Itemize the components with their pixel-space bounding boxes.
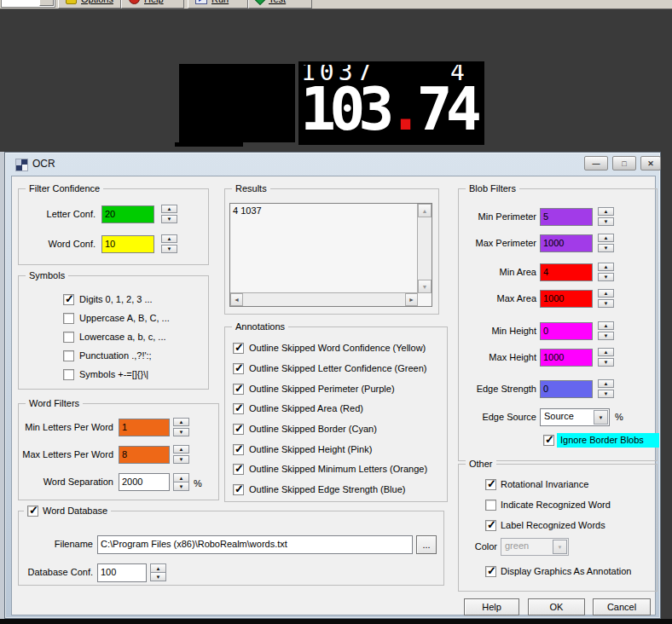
max-area-spinner[interactable]: ▲▼: [598, 289, 614, 308]
ignore-border-blobs-label[interactable]: Ignore Border Blobs: [557, 433, 659, 448]
outline-word-confidence-label[interactable]: Outline Skipped Word Confidence (Yellow): [249, 339, 426, 357]
checkbox-outline-border[interactable]: [233, 424, 244, 435]
database-conf-spinner[interactable]: ▲▼: [150, 563, 166, 582]
spinner-up-icon[interactable]: ▲: [161, 205, 177, 213]
spinner-down-icon[interactable]: ▼: [173, 455, 189, 464]
display-graphics-label[interactable]: Display Graphics As Annotation: [501, 563, 631, 581]
max-letters-spinner[interactable]: ▲▼: [173, 445, 189, 464]
dialog-titlebar[interactable]: OCR — □ ✕: [5, 153, 660, 175]
checkbox-symbols[interactable]: [63, 369, 74, 380]
close-button[interactable]: ✕: [640, 156, 661, 170]
spinner-down-icon[interactable]: ▼: [598, 299, 614, 308]
spinner-up-icon[interactable]: ▲: [598, 321, 614, 330]
spinner-down-icon[interactable]: ▼: [598, 244, 614, 252]
checkbox-uppercase-label[interactable]: Uppercase A, B, C, ...: [79, 309, 170, 327]
outline-height-label[interactable]: Outline Skipped Height (Pink): [249, 441, 372, 459]
outline-edge-strength-label[interactable]: Outline Skipped Edge Strength (Blue): [249, 481, 405, 499]
spinner-down-icon[interactable]: ▼: [173, 482, 189, 491]
spinner-down-icon[interactable]: ▼: [173, 428, 189, 436]
help-button[interactable]: Help: [464, 598, 519, 615]
min-height-field[interactable]: 0: [540, 322, 593, 340]
spinner-up-icon[interactable]: ▲: [173, 445, 189, 454]
word-conf-field[interactable]: 10: [101, 235, 154, 253]
spinner-down-icon[interactable]: ▼: [598, 273, 614, 281]
letter-conf-spinner[interactable]: ▲▼: [161, 205, 177, 223]
letter-conf-field[interactable]: 20: [101, 205, 154, 223]
ok-button[interactable]: OK: [528, 598, 585, 615]
checkbox-word-database[interactable]: [27, 506, 38, 517]
max-perimeter-field[interactable]: 1000: [540, 234, 593, 252]
outline-perimeter-label[interactable]: Outline Skipped Perimeter (Purple): [249, 380, 395, 398]
checkbox-lowercase-label[interactable]: Lowercase a, b, c, ...: [79, 328, 166, 346]
spinner-up-icon[interactable]: ▲: [598, 234, 614, 242]
spinner-up-icon[interactable]: ▲: [598, 289, 614, 298]
scroll-up-icon[interactable]: ▲: [418, 204, 432, 217]
word-separation-field[interactable]: 2000: [119, 473, 170, 491]
checkbox-punctuation[interactable]: [63, 350, 74, 361]
checkbox-rotational-invariance[interactable]: [485, 479, 496, 490]
minimize-button[interactable]: —: [584, 156, 608, 170]
checkbox-label-recognized-words[interactable]: [485, 520, 496, 531]
options-button[interactable]: Options: [58, 0, 121, 9]
results-textarea[interactable]: 4 1037 ▲ ▼ ◄ ►: [229, 203, 432, 307]
checkbox-indicate-recognized-word[interactable]: [485, 500, 496, 511]
filename-field[interactable]: C:\Program Files (x86)\RoboRealm\words.t…: [97, 535, 413, 554]
checkbox-lowercase[interactable]: [63, 332, 74, 343]
checkbox-outline-height[interactable]: [233, 444, 244, 455]
checkbox-ignore-border-blobs[interactable]: [543, 435, 554, 446]
spinner-down-icon[interactable]: ▼: [161, 215, 177, 223]
spinner-down-icon[interactable]: ▼: [598, 332, 614, 340]
rotational-invariance-label[interactable]: Rotational Invariance: [501, 476, 588, 494]
min-letters-field[interactable]: 1: [119, 419, 170, 436]
max-height-spinner[interactable]: ▲▼: [598, 348, 614, 367]
color-dropdown[interactable]: green ▼: [501, 538, 569, 556]
min-perimeter-spinner[interactable]: ▲▼: [598, 207, 614, 226]
spinner-up-icon[interactable]: ▲: [598, 379, 614, 388]
checkbox-outline-minimum-letters[interactable]: [233, 464, 244, 475]
database-conf-field[interactable]: 100: [97, 563, 147, 582]
scroll-right-icon[interactable]: ►: [405, 293, 418, 306]
outline-area-label[interactable]: Outline Skipped Area (Red): [249, 400, 363, 418]
checkbox-display-graphics[interactable]: [485, 566, 496, 577]
max-height-field[interactable]: 1000: [540, 349, 593, 367]
outline-letter-confidence-label[interactable]: Outline Skipped Letter Confidence (Green…: [249, 360, 427, 378]
edge-strength-spinner[interactable]: ▲▼: [598, 379, 614, 398]
scroll-down-icon[interactable]: ▼: [418, 280, 432, 293]
word-conf-spinner[interactable]: ▲▼: [161, 234, 177, 253]
min-perimeter-field[interactable]: 5: [540, 208, 593, 226]
dropdown-arrow-icon[interactable]: ▼: [594, 410, 608, 425]
spinner-up-icon[interactable]: ▲: [598, 263, 614, 271]
checkbox-outline-perimeter[interactable]: [233, 384, 244, 395]
label-recognized-words-label[interactable]: Label Recognized Words: [501, 517, 605, 534]
browse-button[interactable]: ...: [416, 535, 437, 554]
word-separation-spinner[interactable]: ▲▼: [173, 473, 189, 492]
checkbox-outline-edge-strength[interactable]: [233, 484, 244, 495]
maximize-button[interactable]: □: [612, 156, 636, 170]
checkbox-uppercase[interactable]: [63, 313, 74, 324]
run-button[interactable]: Run: [188, 0, 248, 9]
results-horizontal-scrollbar[interactable]: ◄ ►: [230, 292, 418, 306]
checkbox-digits-label[interactable]: Digits 0, 1, 2, 3 ...: [79, 291, 153, 309]
outline-minimum-letters-label[interactable]: Outline Skipped Minimum Letters (Orange): [249, 460, 427, 478]
spinner-up-icon[interactable]: ▲: [173, 418, 189, 426]
edge-source-dropdown[interactable]: Source ▼: [540, 408, 610, 426]
spinner-down-icon[interactable]: ▼: [598, 217, 614, 226]
indicate-recognized-word-label[interactable]: Indicate Recognized Word: [501, 496, 611, 514]
outline-border-label[interactable]: Outline Skipped Border (Cyan): [249, 420, 377, 438]
checkbox-digits[interactable]: [63, 294, 74, 305]
checkbox-symbols-label[interactable]: Symbols +-=[]{}\|: [79, 366, 148, 384]
checkbox-outline-letter-confidence[interactable]: [233, 363, 244, 374]
spinner-up-icon[interactable]: ▲: [161, 234, 177, 243]
edge-strength-field[interactable]: 0: [540, 380, 593, 398]
spinner-down-icon[interactable]: ▼: [598, 358, 614, 367]
max-area-field[interactable]: 1000: [540, 290, 593, 308]
toolbar-combo[interactable]: ▼: [1, 0, 55, 8]
spinner-down-icon[interactable]: ▼: [161, 245, 177, 253]
scroll-left-icon[interactable]: ◄: [230, 293, 243, 306]
results-vertical-scrollbar[interactable]: ▲ ▼: [417, 204, 432, 293]
max-letters-field[interactable]: 8: [119, 446, 170, 464]
toolbar-combo-dropdown-icon[interactable]: ▼: [39, 0, 54, 6]
spinner-down-icon[interactable]: ▼: [150, 572, 166, 581]
cancel-button[interactable]: Cancel: [593, 598, 651, 615]
min-area-spinner[interactable]: ▲▼: [598, 263, 614, 281]
